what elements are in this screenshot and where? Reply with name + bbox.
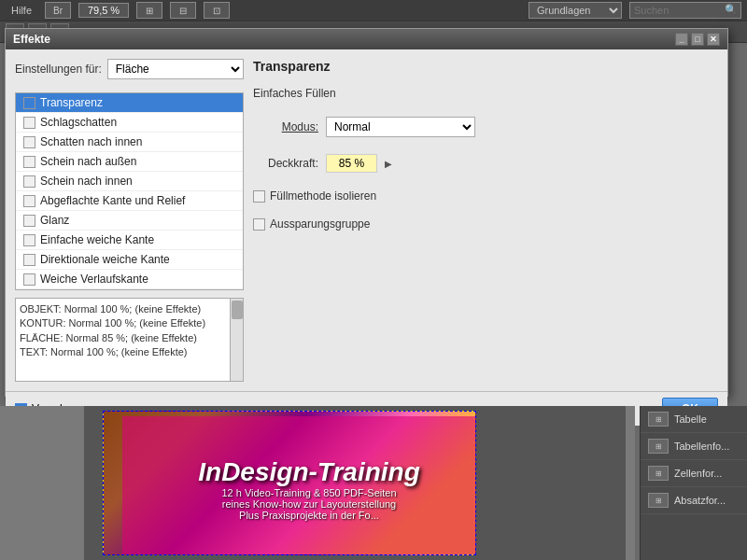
modus-row: Modus: Normal Multiplizieren Negativ mul… (253, 117, 718, 137)
effects-item-schein-nach-innen[interactable]: Schein nach innen (16, 172, 243, 191)
deckkraft-label: Deckkraft: (253, 157, 318, 170)
canvas-line2: reines Know-how zur Layouterstellung (222, 498, 397, 510)
side-panel-label: Zellenfor... (674, 468, 722, 479)
side-panel-item[interactable]: ⊞Zellenfor... (641, 460, 747, 487)
side-panel-icon: ⊞ (648, 412, 669, 427)
zoom-level[interactable]: 79,5 % (78, 3, 129, 18)
effects-checkbox[interactable] (23, 195, 35, 207)
section-title: Transparenz (253, 59, 718, 74)
right-side-panel: ⊞Tabelle⊞Tabellenfo...⊞Zellenfor...⊞Absa… (640, 406, 747, 560)
side-panel-item[interactable]: ⊞Absatzfor... (641, 487, 747, 514)
workspace-select[interactable]: Grundlagen (529, 2, 622, 19)
effects-label: Glanz (40, 214, 69, 227)
effects-list: TransparenzSchlagschattenSchatten nach i… (15, 92, 244, 290)
effects-checkbox[interactable] (23, 273, 35, 286)
summary-line: FLÄCHE: Normal 85 %; (keine Effekte) (20, 331, 226, 345)
summary-line: KONTUR: Normal 100 %; (keine Effekte) (20, 316, 226, 330)
effects-item-transparenz[interactable]: Transparenz (16, 93, 243, 113)
fuellmethode-checkbox[interactable] (253, 190, 265, 203)
effects-label: Transparenz (40, 96, 103, 109)
side-panel-icon: ⊞ (648, 493, 669, 508)
effects-item-weiche-verlaufskante[interactable]: Weiche Verlaufskante (16, 270, 243, 289)
opacity-arrow[interactable]: ▶ (385, 159, 392, 169)
summary-line: OBJEKT: Normal 100 %; (keine Effekte) (20, 302, 226, 316)
settings-for-label: Einstellungen für: (15, 63, 102, 76)
effects-label: Schatten nach innen (40, 135, 142, 148)
effects-checkbox[interactable] (23, 234, 35, 246)
summary-line: TEXT: Normal 100 %; (keine Effekte) (20, 345, 226, 359)
side-panel-label: Tabellenfo... (674, 441, 729, 452)
effects-label: Abgeflachte Kante und Relief (40, 194, 185, 207)
effects-checkbox[interactable] (23, 254, 35, 266)
fuellmethode-row[interactable]: Füllmethode isolieren (253, 189, 718, 203)
canvas-image: InDesign-Training 12 h Video-Training & … (103, 411, 476, 555)
effects-label: Schlagschatten (40, 116, 117, 129)
effects-dialog: Effekte _ □ ✕ Einstellungen für: Fläche … (5, 28, 728, 397)
canvas-area: InDesign-Training 12 h Video-Training & … (0, 406, 635, 560)
effects-item-schatten-nach-innen[interactable]: Schatten nach innen (16, 133, 243, 152)
view-icon-1[interactable]: ⊞ (136, 2, 162, 19)
scroll-thumb (232, 301, 243, 319)
close-button[interactable]: ✕ (707, 33, 720, 46)
side-panel-icon: ⊞ (648, 439, 669, 454)
right-panel: Transparenz Einfaches Füllen Modus: Norm… (253, 59, 718, 382)
side-panel-icon: ⊞ (648, 466, 669, 481)
aussparung-row[interactable]: Aussparungsgruppe (253, 217, 718, 231)
effects-label: Weiche Verlaufskante (40, 273, 148, 286)
effects-label: Einfache weiche Kante (40, 233, 154, 246)
titlebar-buttons: _ □ ✕ (675, 33, 720, 46)
summary-box: OBJEKT: Normal 100 %; (keine Effekte)KON… (15, 298, 244, 382)
effects-label: Schein nach innen (40, 175, 133, 188)
effects-item-glanz[interactable]: Glanz (16, 211, 243, 231)
side-panel-item[interactable]: ⊞Tabelle (641, 406, 747, 433)
opacity-input[interactable]: 85 % (326, 154, 377, 173)
effects-checkbox[interactable] (23, 117, 35, 129)
canvas-overlay: InDesign-Training 12 h Video-Training & … (122, 416, 476, 555)
view-icon-3[interactable]: ⊡ (204, 2, 230, 19)
effects-label: Direktionale weiche Kante (40, 253, 170, 266)
menu-hilfe[interactable]: Hilfe (6, 3, 37, 18)
fill-section-title: Einfaches Füllen (253, 87, 718, 100)
effects-checkbox[interactable] (23, 97, 35, 109)
maximize-button[interactable]: □ (691, 33, 704, 46)
dialog-body: Einstellungen für: Fläche Objekt Text Ko… (6, 49, 727, 391)
effects-item-schein-nach-außen[interactable]: Schein nach außen (16, 152, 243, 172)
top-toolbar: Hilfe Br 79,5 % ⊞ ⊟ ⊡ Grundlagen 🔍 (0, 0, 747, 21)
side-panel-label: Absatzfor... (674, 495, 726, 506)
effects-checkbox[interactable] (23, 215, 35, 227)
minimize-button[interactable]: _ (675, 33, 688, 46)
app-icon: Br (45, 2, 71, 19)
deckkraft-row: Deckkraft: 85 % ▶ (253, 154, 718, 173)
canvas-line1: 12 h Video-Training & 850 PDF-Seiten (221, 487, 396, 498)
summary-scrollbar[interactable] (230, 299, 243, 381)
canvas-content: InDesign-Training 12 h Video-Training & … (84, 406, 626, 560)
aussparung-checkbox[interactable] (253, 218, 265, 231)
canvas-line3: Plus Praxisprojekte in der Fo... (239, 510, 379, 521)
aussparung-label: Aussparungsgruppe (270, 217, 370, 231)
dialog-titlebar: Effekte _ □ ✕ (6, 29, 727, 49)
effects-item-schlagschatten[interactable]: Schlagschatten (16, 113, 243, 133)
modus-select[interactable]: Normal Multiplizieren Negativ multiplizi… (326, 117, 475, 137)
canvas-title: InDesign-Training (198, 457, 420, 487)
effects-item-abgeflachte-kante-und-relief[interactable]: Abgeflachte Kante und Relief (16, 191, 243, 211)
settings-for-row: Einstellungen für: Fläche Objekt Text Ko… (15, 59, 244, 79)
effects-item-direktionale-weiche-kante[interactable]: Direktionale weiche Kante (16, 250, 243, 270)
modus-label: Modus: (253, 120, 318, 133)
effects-checkbox[interactable] (23, 175, 35, 188)
side-panel-label: Tabelle (674, 413, 707, 425)
settings-for-select[interactable]: Fläche Objekt Text Kontur (107, 59, 244, 79)
effects-checkbox[interactable] (23, 156, 35, 168)
effects-checkbox[interactable] (23, 136, 35, 148)
view-icon-2[interactable]: ⊟ (170, 2, 196, 19)
effects-label: Schein nach außen (40, 155, 136, 168)
effects-item-einfache-weiche-kante[interactable]: Einfache weiche Kante (16, 231, 243, 250)
side-panel-item[interactable]: ⊞Tabellenfo... (641, 433, 747, 460)
fuellmethode-label: Füllmethode isolieren (270, 189, 376, 203)
left-panel: Einstellungen für: Fläche Objekt Text Ko… (15, 59, 244, 382)
dialog-title: Effekte (13, 33, 50, 46)
